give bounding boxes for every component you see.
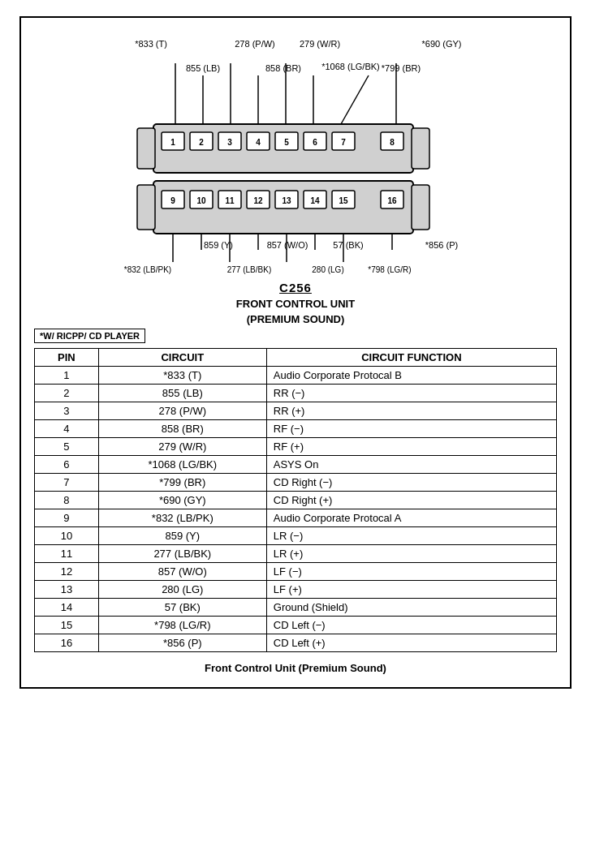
table-row: 12857 (W/O)LF (−) bbox=[35, 563, 557, 581]
cell-circuit: 278 (P/W) bbox=[98, 402, 266, 420]
svg-text:8: 8 bbox=[390, 138, 395, 147]
cell-circuit: 57 (BK) bbox=[98, 599, 266, 617]
table-row: 5279 (W/R)RF (+) bbox=[35, 438, 557, 456]
cell-pin: 6 bbox=[35, 456, 99, 474]
svg-rect-18 bbox=[412, 128, 429, 169]
cell-circuit: *833 (T) bbox=[98, 367, 266, 385]
cell-pin: 1 bbox=[35, 367, 99, 385]
table-row: 6*1068 (LG/BK)ASYS On bbox=[35, 456, 557, 474]
svg-text:*1068 (LG/BK): *1068 (LG/BK) bbox=[321, 62, 380, 71]
cell-function: LF (−) bbox=[266, 563, 556, 581]
svg-text:855 (LB): 855 (LB) bbox=[186, 63, 220, 73]
cell-pin: 11 bbox=[35, 545, 99, 563]
cell-circuit: 277 (LB/BK) bbox=[98, 545, 266, 563]
cell-function: LF (+) bbox=[266, 581, 556, 599]
cell-function: RF (−) bbox=[266, 420, 556, 438]
cell-function: RF (+) bbox=[266, 438, 556, 456]
svg-text:57 (BK): 57 (BK) bbox=[333, 240, 363, 250]
svg-text:3: 3 bbox=[227, 138, 232, 147]
table-row: 15*798 (LG/R)CD Left (−) bbox=[35, 617, 557, 634]
table-row: 4858 (BR)RF (−) bbox=[35, 420, 557, 438]
svg-text:278 (P/W): 278 (P/W) bbox=[235, 39, 275, 49]
table-header-row: PIN CIRCUIT CIRCUIT FUNCTION bbox=[35, 349, 557, 367]
pin-table-body: 1*833 (T)Audio Corporate Protocal B2855 … bbox=[35, 367, 557, 652]
cell-circuit: *690 (GY) bbox=[98, 492, 266, 509]
col-header-circuit: CIRCUIT bbox=[98, 349, 266, 367]
cell-circuit: 855 (LB) bbox=[98, 385, 266, 402]
cell-pin: 16 bbox=[35, 634, 99, 652]
connector-svg: *833 (T) 855 (LB) 278 (P/W) 858 (BR) 279… bbox=[101, 31, 490, 274]
svg-line-12 bbox=[341, 75, 369, 124]
page-container: *833 (T) 855 (LB) 278 (P/W) 858 (BR) 279… bbox=[19, 16, 572, 689]
connector-id: C256 bbox=[34, 281, 557, 294]
cell-pin: 12 bbox=[35, 563, 99, 581]
ricpp-badge: *W/ RICPP/ CD PLAYER bbox=[34, 329, 145, 343]
svg-rect-17 bbox=[137, 128, 155, 169]
cell-pin: 7 bbox=[35, 474, 99, 492]
pin-table: PIN CIRCUIT CIRCUIT FUNCTION 1*833 (T)Au… bbox=[34, 348, 557, 652]
svg-text:280 (LG): 280 (LG) bbox=[312, 265, 343, 274]
cell-pin: 2 bbox=[35, 385, 99, 402]
cell-pin: 10 bbox=[35, 527, 99, 545]
cell-function: CD Left (+) bbox=[266, 634, 556, 652]
cell-function: CD Right (+) bbox=[266, 492, 556, 509]
svg-text:*798 (LG/R): *798 (LG/R) bbox=[368, 265, 411, 274]
cell-function: Audio Corporate Protocal B bbox=[266, 367, 556, 385]
svg-text:12: 12 bbox=[253, 196, 263, 205]
svg-rect-37 bbox=[412, 185, 429, 230]
cell-function: ASYS On bbox=[266, 456, 556, 474]
cell-pin: 4 bbox=[35, 420, 99, 438]
svg-text:*799 (BR): *799 (BR) bbox=[382, 63, 421, 73]
cell-pin: 15 bbox=[35, 617, 99, 634]
cell-circuit: *856 (P) bbox=[98, 634, 266, 652]
cell-circuit: *798 (LG/R) bbox=[98, 617, 266, 634]
cell-pin: 14 bbox=[35, 599, 99, 617]
connector-title-line2: (PREMIUM SOUND) bbox=[34, 313, 557, 325]
svg-rect-36 bbox=[137, 185, 155, 230]
badge-row: *W/ RICPP/ CD PLAYER bbox=[34, 329, 557, 343]
svg-text:7: 7 bbox=[341, 138, 346, 147]
svg-text:*690 (GY): *690 (GY) bbox=[422, 39, 462, 49]
cell-circuit: 279 (W/R) bbox=[98, 438, 266, 456]
svg-text:5: 5 bbox=[284, 138, 289, 147]
cell-function: RR (+) bbox=[266, 402, 556, 420]
cell-pin: 9 bbox=[35, 509, 99, 527]
table-row: 3278 (P/W)RR (+) bbox=[35, 402, 557, 420]
svg-text:14: 14 bbox=[310, 196, 320, 205]
table-row: 13280 (LG)LF (+) bbox=[35, 581, 557, 599]
table-row: 7*799 (BR)CD Right (−) bbox=[35, 474, 557, 492]
col-header-function: CIRCUIT FUNCTION bbox=[266, 349, 556, 367]
svg-text:11: 11 bbox=[225, 196, 235, 205]
cell-function: LR (−) bbox=[266, 527, 556, 545]
svg-text:4: 4 bbox=[256, 138, 261, 147]
cell-pin: 5 bbox=[35, 438, 99, 456]
cell-pin: 8 bbox=[35, 492, 99, 509]
cell-function: LR (+) bbox=[266, 545, 556, 563]
cell-circuit: 280 (LG) bbox=[98, 581, 266, 599]
cell-circuit: 859 (Y) bbox=[98, 527, 266, 545]
svg-text:*832 (LB/PK): *832 (LB/PK) bbox=[124, 265, 171, 274]
cell-pin: 3 bbox=[35, 402, 99, 420]
footer-caption: Front Control Unit (Premium Sound) bbox=[34, 662, 557, 674]
table-row: 2855 (LB)RR (−) bbox=[35, 385, 557, 402]
svg-text:16: 16 bbox=[387, 196, 397, 205]
svg-text:10: 10 bbox=[196, 196, 206, 205]
table-row: 1457 (BK)Ground (Shield) bbox=[35, 599, 557, 617]
svg-text:857 (W/O): 857 (W/O) bbox=[267, 240, 308, 250]
svg-text:*856 (P): *856 (P) bbox=[425, 240, 458, 250]
svg-text:277 (LB/BK): 277 (LB/BK) bbox=[227, 265, 271, 274]
table-row: 1*833 (T)Audio Corporate Protocal B bbox=[35, 367, 557, 385]
table-row: 10859 (Y)LR (−) bbox=[35, 527, 557, 545]
cell-circuit: *832 (LB/PK) bbox=[98, 509, 266, 527]
svg-text:6: 6 bbox=[313, 138, 317, 147]
table-row: 8*690 (GY)CD Right (+) bbox=[35, 492, 557, 509]
cell-function: CD Left (−) bbox=[266, 617, 556, 634]
cell-circuit: *1068 (LG/BK) bbox=[98, 456, 266, 474]
svg-text:1: 1 bbox=[170, 138, 175, 147]
cell-function: Audio Corporate Protocal A bbox=[266, 509, 556, 527]
diagram-area: *833 (T) 855 (LB) 278 (P/W) 858 (BR) 279… bbox=[34, 31, 557, 274]
svg-text:15: 15 bbox=[339, 196, 348, 205]
cell-circuit: 857 (W/O) bbox=[98, 563, 266, 581]
svg-text:859 (Y): 859 (Y) bbox=[204, 240, 233, 250]
table-row: 9*832 (LB/PK)Audio Corporate Protocal A bbox=[35, 509, 557, 527]
